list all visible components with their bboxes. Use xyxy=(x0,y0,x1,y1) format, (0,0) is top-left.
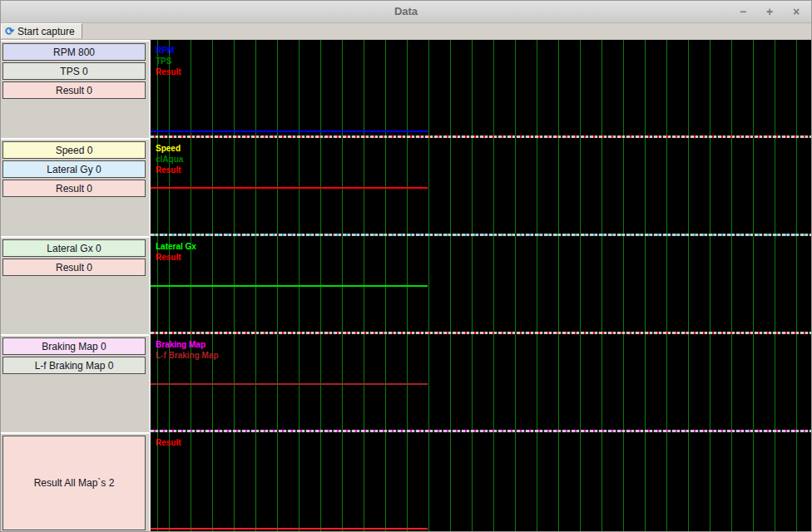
gridlines xyxy=(151,432,811,532)
value-sidebar: RPM 800TPS 0Result 0Speed 0Lateral Gy 0R… xyxy=(1,40,149,532)
value-panel-label: Braking Map 0 xyxy=(42,341,106,352)
start-capture-label: Start capture xyxy=(17,26,75,37)
value-panel: Braking Map 0 xyxy=(2,337,146,355)
sidebar-group-2: Lateral Gx 0Result 0 xyxy=(1,236,149,334)
trace-line-rpm xyxy=(151,131,428,132)
gridlines xyxy=(151,40,811,138)
legend-entry: RPM xyxy=(156,45,181,56)
minimize-icon[interactable]: − xyxy=(736,5,750,18)
title-bar[interactable]: Data − + × xyxy=(1,1,811,23)
value-panel: Speed 0 xyxy=(2,141,146,159)
legend-entry: TPS xyxy=(156,56,181,66)
start-capture-button[interactable]: ⟳ Start capture xyxy=(1,23,82,39)
sidebar-group-0: RPM 800TPS 0Result 0 xyxy=(1,40,149,138)
value-panel-label: Lateral Gy 0 xyxy=(47,164,101,175)
legend: Lateral GxResult xyxy=(156,241,196,263)
value-panel: Lateral Gy 0 xyxy=(2,160,146,178)
value-panel-label: Speed 0 xyxy=(56,145,93,156)
sidebar-group-1: Speed 0Lateral Gy 0Result 0 xyxy=(1,138,149,236)
value-panel-label: RPM 800 xyxy=(53,47,95,58)
toolbar: ⟳ Start capture xyxy=(1,23,811,40)
value-panel-label: Result 0 xyxy=(56,262,92,273)
legend-entry: Result xyxy=(156,66,181,77)
chart-area: RPMTPSResultSpeedclAquaResultLateral GxR… xyxy=(149,40,811,532)
trace-line-l-f-braking-map xyxy=(151,383,428,385)
value-panel: Result 0 xyxy=(2,81,146,99)
legend: Braking MapL-f Braking Map xyxy=(156,339,219,361)
trace-line-result xyxy=(151,528,428,530)
value-panel-label: Result All Map`s 2 xyxy=(34,477,115,489)
value-panel: Lateral Gx 0 xyxy=(2,239,146,257)
legend-entry: clAqua xyxy=(156,154,183,165)
legend-entry: Result xyxy=(156,437,181,448)
value-panel: Result 0 xyxy=(2,259,146,276)
chart-strip-result-all-maps: Result xyxy=(151,432,811,532)
legend-entry: Result xyxy=(156,165,183,175)
legend: Result xyxy=(156,437,181,448)
value-panel: TPS 0 xyxy=(2,62,146,80)
window-title: Data xyxy=(1,5,811,17)
trace-line-result xyxy=(151,187,428,189)
value-panel-label: Result 0 xyxy=(56,183,92,195)
chart-strip-braking-maps: Braking MapL-f Braking Map xyxy=(151,334,811,432)
value-panel-label: TPS 0 xyxy=(60,66,87,77)
value-panel-label: L-f Braking Map 0 xyxy=(35,360,114,372)
legend-entry: Speed xyxy=(156,143,183,154)
legend-entry: Result xyxy=(156,252,196,263)
value-panel-label: Result 0 xyxy=(56,85,92,96)
chart-strip-lateral-gx-result: Lateral GxResult xyxy=(151,236,811,334)
chart-strip-rpm-tps-result: RPMTPSResult xyxy=(151,40,811,138)
trace-line-lateral-gx xyxy=(151,285,428,287)
value-panel: Result 0 xyxy=(2,180,146,197)
legend: RPMTPSResult xyxy=(156,45,181,77)
capture-refresh-icon: ⟳ xyxy=(5,25,14,37)
value-panel: Result All Map`s 2 xyxy=(2,436,146,530)
app-window: Data − + × ⟳ Start capture RPM 800TPS 0R… xyxy=(0,0,812,532)
maximize-icon[interactable]: + xyxy=(763,5,776,18)
legend-entry: Lateral Gx xyxy=(156,241,196,252)
chart-strip-speed-claqua-result: SpeedclAquaResult xyxy=(151,138,811,236)
value-panel: L-f Braking Map 0 xyxy=(2,357,146,374)
main-content: RPM 800TPS 0Result 0Speed 0Lateral Gy 0R… xyxy=(1,40,811,532)
value-panel: RPM 800 xyxy=(2,43,146,61)
value-panel-label: Lateral Gx 0 xyxy=(47,243,101,254)
sidebar-group-3: Braking Map 0L-f Braking Map 0 xyxy=(1,334,149,432)
close-icon[interactable]: × xyxy=(790,5,803,18)
legend-entry: Braking Map xyxy=(156,339,219,350)
sidebar-group-4: Result All Map`s 2 xyxy=(1,432,149,532)
window-controls: − + × xyxy=(736,1,803,22)
legend: SpeedclAquaResult xyxy=(156,143,183,175)
legend-entry: L-f Braking Map xyxy=(156,350,219,361)
